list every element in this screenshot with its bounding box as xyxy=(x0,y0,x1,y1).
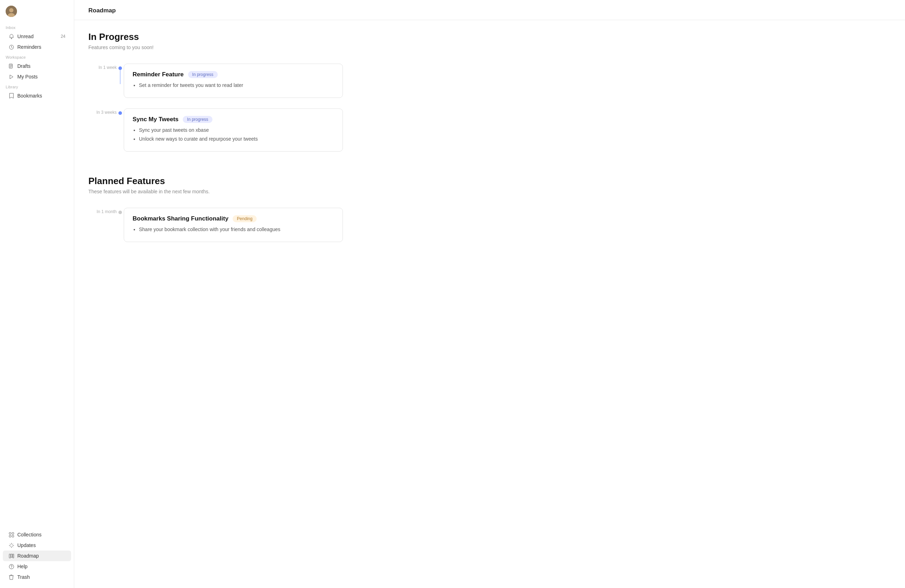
planned-dot-1 xyxy=(118,211,122,214)
grid-icon xyxy=(8,532,14,537)
sparkle-icon xyxy=(8,542,14,548)
svg-point-1 xyxy=(9,8,13,13)
sidebar-item-help[interactable]: Help xyxy=(3,561,71,572)
planned-bullet-1-1: Share your bookmark collection with your… xyxy=(139,226,334,233)
timeline-card-2: Sync My Tweets In progress Sync your pas… xyxy=(124,108,343,152)
svg-marker-5 xyxy=(10,75,13,79)
planned-card-title-1: Bookmarks Sharing Functionality xyxy=(133,215,229,222)
card-bullets-1: Set a reminder for tweets you want to re… xyxy=(133,82,334,89)
unread-badge: 24 xyxy=(61,34,65,39)
sidebar-item-drafts[interactable]: Drafts xyxy=(3,61,71,71)
card-badge-1: In progress xyxy=(188,71,218,78)
sidebar-item-roadmap[interactable]: Roadmap xyxy=(3,550,71,561)
card-title-1: Reminder Feature xyxy=(133,71,184,78)
sidebar: Inbox Unread 24 Reminders Workspace Draf… xyxy=(0,0,74,588)
planned-card-1: Bookmarks Sharing Functionality Pending … xyxy=(124,208,343,242)
bell-icon xyxy=(8,33,14,39)
page-header: Roadmap xyxy=(74,0,905,20)
sidebar-item-collections[interactable]: Collections xyxy=(3,529,71,540)
card-bullets-2: Sync your past tweets on xbase Unlock ne… xyxy=(133,127,334,143)
play-icon xyxy=(8,74,14,79)
planned-connector-1 xyxy=(117,204,124,214)
planned-section: Planned Features These features will be … xyxy=(88,176,343,249)
updates-label: Updates xyxy=(17,542,36,548)
help-icon xyxy=(8,564,14,569)
bookmark-icon xyxy=(8,93,14,98)
svg-rect-8 xyxy=(9,535,11,537)
collections-label: Collections xyxy=(17,532,41,537)
sidebar-item-bookmarks[interactable]: Bookmarks xyxy=(3,90,71,101)
sidebar-item-trash[interactable]: Trash xyxy=(3,572,71,582)
unread-label: Unread xyxy=(17,33,33,39)
sidebar-item-myposts[interactable]: My Posts xyxy=(3,71,71,82)
workspace-section-label: Workspace xyxy=(0,52,74,61)
bullet-1-1: Set a reminder for tweets you want to re… xyxy=(139,82,334,89)
svg-rect-6 xyxy=(9,533,11,534)
timeline-label-1: In 1 week xyxy=(88,60,117,70)
planned-timeline-label-1: In 1 month xyxy=(88,204,117,214)
help-label: Help xyxy=(17,564,28,569)
main-content: Roadmap In Progress Features coming to y… xyxy=(74,0,905,588)
card-title-2: Sync My Tweets xyxy=(133,116,178,123)
library-section-label: Library xyxy=(0,82,74,90)
planned-subtitle: These features will be available in the … xyxy=(88,189,343,194)
trash-label: Trash xyxy=(17,574,30,580)
bullet-2-1: Sync your past tweets on xbase xyxy=(139,127,334,134)
svg-rect-11 xyxy=(11,554,13,557)
sidebar-item-reminders[interactable]: Reminders xyxy=(3,42,71,52)
planned-card-bullets-1: Share your bookmark collection with your… xyxy=(133,226,334,233)
timeline-dot-1 xyxy=(118,67,122,70)
inprogress-timeline: In 1 week Reminder Feature In progress S… xyxy=(88,60,343,158)
timeline-connector-2 xyxy=(117,105,124,115)
svg-rect-9 xyxy=(12,535,14,537)
roadmap-label: Roadmap xyxy=(17,553,39,559)
svg-rect-10 xyxy=(9,554,11,558)
timeline-card-1: Reminder Feature In progress Set a remin… xyxy=(124,63,343,98)
inprogress-subtitle: Features coming to you soon! xyxy=(88,44,343,50)
inbox-section-label: Inbox xyxy=(0,23,74,31)
avatar[interactable] xyxy=(6,6,17,17)
planned-timeline: In 1 month Bookmarks Sharing Functionali… xyxy=(88,204,343,249)
timeline-label-2: In 3 weeks xyxy=(88,105,117,115)
planned-card-badge-1: Pending xyxy=(233,215,257,222)
timeline-connector-1 xyxy=(117,60,124,84)
file-icon xyxy=(8,63,14,69)
bookmarks-label: Bookmarks xyxy=(17,93,42,98)
trash-icon xyxy=(8,574,14,580)
svg-rect-12 xyxy=(13,554,14,558)
sidebar-item-unread[interactable]: Unread 24 xyxy=(3,31,71,42)
reminders-label: Reminders xyxy=(17,44,41,50)
planned-title: Planned Features xyxy=(88,176,343,187)
inprogress-title: In Progress xyxy=(88,32,343,43)
clock-icon xyxy=(8,44,14,50)
timeline-line-1 xyxy=(120,70,121,84)
sidebar-item-updates[interactable]: Updates xyxy=(3,540,71,550)
bullet-2-2: Unlock new ways to curate and repurpose … xyxy=(139,135,334,143)
svg-rect-7 xyxy=(12,533,14,534)
drafts-label: Drafts xyxy=(17,63,30,69)
myposts-label: My Posts xyxy=(17,74,38,79)
timeline-dot-2 xyxy=(118,111,122,115)
inprogress-section: In Progress Features coming to you soon!… xyxy=(88,32,343,158)
map-icon xyxy=(8,553,14,559)
card-badge-2: In progress xyxy=(183,116,213,123)
page-title: Roadmap xyxy=(88,7,116,14)
svg-point-14 xyxy=(11,567,11,568)
